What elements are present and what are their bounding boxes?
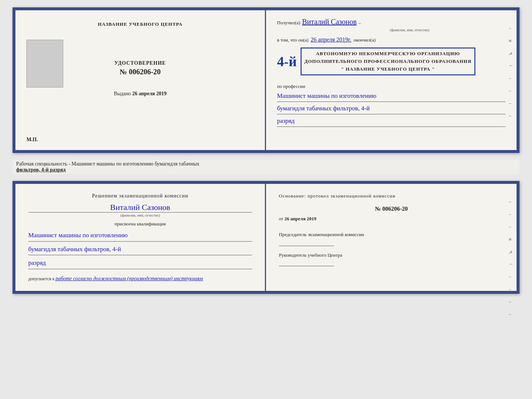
recipient-prefix: Получил(а) — [277, 20, 300, 26]
head-sig-line — [279, 266, 334, 266]
profession-line2: бумагидля табачных фильтров, 4-й — [277, 103, 506, 114]
basis-label: Основание: протокол экзаменационной коми… — [279, 193, 504, 199]
side-dash-3: ,а — [509, 50, 514, 56]
top-center-title: НАЗВАНИЕ УЧЕБНОГО ЦЕНТРА — [98, 21, 183, 27]
recipient-line: Получил(а) Виталий Сазонов – — [277, 18, 506, 26]
r-dash-7: – — [509, 274, 514, 279]
finished-label: окончил(а) — [353, 37, 375, 43]
meta-text-area: Рабочая специальность - Машинист машины … — [12, 160, 520, 174]
meta-line2: фильтров, 4-й разряд — [16, 167, 516, 173]
stamp-line2: ДОПОЛНИТЕЛЬНОГО ПРОФЕССИОНАЛЬНОГО ОБРАЗО… — [305, 58, 472, 65]
r-dash-9: – — [509, 299, 514, 304]
profession-prefix: по профессии — [277, 83, 305, 89]
r-dash-3: – — [509, 224, 514, 229]
qual-line2: бумагидля табачных фильтров, 4-й — [28, 244, 252, 256]
bottom-right-panel: Основание: протокол экзаменационной коми… — [266, 184, 517, 291]
r-dash-4: и — [509, 236, 514, 242]
r-dash-1: – — [509, 199, 514, 204]
side-dash-2: и — [509, 38, 514, 43]
stamp-area: 4-й АВТОНОМНУЮ НЕКОММЕРЧЕСКУЮ ОРГАНИЗАЦИ… — [277, 45, 506, 78]
date-prefix: от — [279, 216, 283, 221]
r-dash-6: ← — [509, 261, 514, 267]
head-block: Руководитель учебного Центра — [279, 252, 504, 267]
head-label: Руководитель учебного Центра — [279, 252, 504, 259]
r-dash-5: ,а — [509, 249, 514, 254]
side-dash-8: – — [509, 113, 514, 118]
qual-line1: Машинист машины по изготовлению — [28, 230, 252, 242]
side-dash-1: – — [509, 25, 514, 31]
chairman-block: Председатель экзаменационной комиссии — [279, 231, 504, 246]
bottom-certificate: Решением экзаменационной комиссии Витали… — [12, 181, 520, 294]
cert-label: УДОСТОВЕРЕНИЕ — [114, 60, 166, 66]
stamp-line1: АВТОНОМНУЮ НЕКОММЕРЧЕСКУЮ ОРГАНИЗАЦИЮ — [305, 50, 472, 58]
stamp-highlight: 4-й — [277, 54, 297, 68]
meta-line1: Рабочая специальность - Машинист машины … — [16, 161, 516, 167]
bottom-name: Виталий Сазонов — [28, 203, 252, 213]
date-value: 26 апреля 2019 — [284, 216, 316, 221]
profession-section: по профессии Машинист машины по изготовл… — [277, 83, 506, 127]
top-right-panel: Получил(а) Виталий Сазонов – (фамилия, и… — [266, 10, 517, 150]
issued-line: Выдано 26 апреля 2019 — [114, 91, 166, 97]
admitted-line: допускается к работе согласно должностны… — [28, 276, 252, 282]
bottom-left-panel: Решением экзаменационной комиссии Витали… — [15, 184, 266, 291]
bottom-name-sub: (фамилия, имя, отчество) — [28, 213, 252, 217]
admitted-prefix: допускается к — [28, 276, 54, 281]
side-decorations: – и ,а ← – – – – — [509, 25, 514, 118]
assigned-label: присвоена квалификация — [28, 221, 252, 227]
profession-line3: разряд — [277, 116, 506, 127]
side-dash-7: – — [509, 100, 514, 106]
chairman-label: Председатель экзаменационной комиссии — [279, 231, 504, 238]
side-dash-6: – — [509, 88, 514, 93]
profession-line1: Машинист машины по изготовлению — [277, 91, 506, 102]
right-side-dashes: – – – и ,а ← – – – – — [509, 199, 514, 317]
intext-prefix: в том, что он(а) — [277, 37, 309, 43]
qual-line3: разряд — [28, 257, 252, 269]
blue-stamp: АВТОНОМНУЮ НЕКОММЕРЧЕСКУЮ ОРГАНИЗАЦИЮ ДО… — [301, 47, 476, 75]
protocol-number: № 006206-20 — [279, 206, 504, 212]
chairman-sig-line — [279, 246, 334, 246]
photo-placeholder — [26, 40, 63, 88]
r-dash-10: – — [509, 311, 514, 317]
recipient-sub-label: (фамилия, имя, отчество) — [314, 28, 506, 32]
issued-label: Выдано — [114, 91, 131, 96]
stamp-line3: " НАЗВАНИЕ УЧЕБНОГО ЦЕНТРА " — [305, 65, 472, 73]
intext-date: 26 апреля 2019г. — [311, 36, 352, 43]
decision-title: Решением экзаменационной комиссии — [28, 193, 252, 199]
side-dash-4: ← — [509, 63, 514, 68]
cert-number: № 006206-20 — [114, 68, 166, 76]
issued-date: 26 апреля 2019 — [132, 91, 166, 96]
cert-number-section: УДОСТОВЕРЕНИЕ № 006206-20 — [114, 60, 166, 76]
protocol-date: от 26 апреля 2019 — [279, 216, 504, 222]
side-dash-5: – — [509, 75, 514, 81]
top-left-panel: НАЗВАНИЕ УЧЕБНОГО ЦЕНТРА УДОСТОВЕРЕНИЕ №… — [15, 10, 266, 150]
mp-label: М.П. — [26, 137, 38, 143]
top-certificate: НАЗВАНИЕ УЧЕБНОГО ЦЕНТРА УДОСТОВЕРЕНИЕ №… — [12, 7, 520, 153]
qualification-lines: Машинист машины по изготовлению бумагидл… — [28, 230, 252, 269]
intext-line: в том, что он(а) 26 апреля 2019г. окончи… — [277, 36, 506, 43]
admitted-value: работе согласно должностным (производств… — [55, 276, 203, 281]
recipient-name: Виталий Сазонов — [302, 18, 357, 26]
r-dash-2: – — [509, 211, 514, 217]
r-dash-8: – — [509, 286, 514, 292]
